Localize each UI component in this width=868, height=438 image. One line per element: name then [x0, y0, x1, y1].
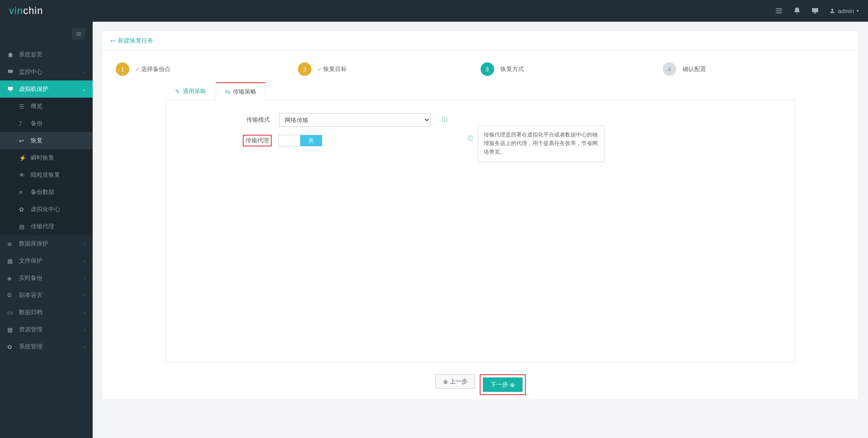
wizard-step-3[interactable]: 3 恢复方式 [481, 62, 663, 76]
nav-sub-overview[interactable]: ☰概览 [0, 98, 93, 115]
wizard-step-2[interactable]: 2 恢复目标 [298, 62, 480, 76]
chevron-down-icon: ▾ [857, 9, 859, 13]
nav-home[interactable]: 系统首页 [0, 46, 93, 63]
share-icon: ⤴ [19, 120, 26, 127]
db-icon: ≡ [19, 189, 26, 196]
arrow-left-icon: ⊕ [443, 378, 448, 385]
reply-icon: ↩ [19, 137, 26, 144]
label-transfer-mode: 传输模式 [179, 116, 279, 124]
wizard-panel: ↩ 新建恢复任务 1 选择备份点 2 恢复目标 3 恢复方式 4 确认配置 [102, 31, 859, 400]
chevron-left-icon: ‹ [84, 327, 85, 332]
next-button[interactable]: 下一步 ⊕ [483, 377, 523, 392]
database-icon: ≣ [7, 240, 14, 247]
chevron-left-icon: ‹ [84, 276, 85, 281]
main-content: ↩ 新建恢复任务 1 选择备份点 2 恢复目标 3 恢复方式 4 确认配置 [93, 22, 868, 438]
proxy-tooltip: ⓘ 传输代理是部署在虚拟化平台或者数据中心的物理服务器上的代理，用于提高任务效率… [478, 126, 604, 162]
chevron-left-icon: ‹ [84, 310, 85, 315]
bolt-icon: ⚡ [19, 155, 26, 161]
user-menu[interactable]: admin ▾ [829, 8, 859, 14]
wizard-step-4[interactable]: 4 确认配置 [663, 62, 845, 76]
nav-archive[interactable]: ▭数据归档‹ [0, 304, 93, 321]
wizard-footer: ⊕ 上一步 下一步 ⊕ [102, 363, 859, 400]
archive-icon: ▭ [7, 309, 14, 316]
nav-sub-restore[interactable]: ↩恢复 [0, 132, 93, 149]
row-transfer-mode: 传输模式 网络传输 ⓘ [179, 113, 781, 127]
brand-logo: vinchin [9, 5, 43, 17]
file-icon: ▦ [7, 258, 14, 264]
nav-resource[interactable]: ▦资源管理‹ [0, 321, 93, 338]
monitor-nav-icon [7, 69, 14, 75]
nav-monitor[interactable]: 监控中心 ‹ [0, 63, 93, 80]
nav-sub-backupdata[interactable]: ≡备份数据 [0, 184, 93, 201]
nav-system[interactable]: ✿系统管理‹ [0, 338, 93, 355]
chevron-left-icon: ‹ [84, 293, 85, 298]
copy-icon: ⧉ [7, 292, 14, 299]
panel-title: ↩ 新建恢复任务 [102, 31, 859, 51]
nav-file-protect[interactable]: ▦文件保护‹ [0, 252, 93, 269]
nav-sub-proxy[interactable]: ▤传输代理 [0, 218, 93, 235]
chevron-left-icon: ‹ [84, 241, 85, 246]
form-area: 传输模式 网络传输 ⓘ 传输代理 关 ⓘ 传输代理是部署在虚拟化平台或者数据中心… [165, 100, 795, 363]
info-icon[interactable]: ⓘ [442, 116, 448, 124]
chevron-down-icon: ⌄ [82, 87, 85, 92]
sidebar-toggle-button[interactable] [72, 28, 85, 40]
doc-icon: ▤ [19, 223, 26, 230]
tabs-container: ✎ 通用策略 ⇆ 传输策略 传输模式 网络传输 ⓘ 传输代理 [102, 82, 859, 363]
chevron-left-icon: ‹ [84, 259, 85, 264]
eye-icon: 👁 [19, 172, 26, 179]
monitor-icon[interactable] [811, 7, 819, 15]
prev-button[interactable]: ⊕ 上一步 [435, 374, 475, 389]
nav-sub-backup[interactable]: ⤴备份 [0, 115, 93, 132]
cog-icon: ✿ [7, 344, 14, 350]
nav-sub-vcenter[interactable]: ✿虚拟化中心 [0, 201, 93, 218]
label-transfer-proxy: 传输代理 [243, 135, 272, 146]
next-button-highlight: 下一步 ⊕ [480, 374, 526, 395]
edit-icon: ✎ [175, 88, 180, 95]
nav-realtime[interactable]: ◈实时备份‹ [0, 269, 93, 287]
toggle-on-side: 关 [300, 135, 322, 146]
sidebar-toggle-wrap [0, 22, 93, 46]
home-icon [7, 52, 14, 58]
chevron-left-icon: ‹ [84, 70, 85, 75]
wizard-step-1[interactable]: 1 选择备份点 [116, 62, 298, 76]
gear-icon: ✿ [19, 206, 26, 213]
vm-icon [7, 86, 14, 92]
nav-sub-instant[interactable]: ⚡瞬时恢复 [0, 149, 93, 166]
shield-icon: ◈ [7, 275, 14, 282]
toggle-transfer-proxy[interactable]: 关 [278, 135, 322, 146]
grid-icon: ▦ [7, 326, 14, 333]
toggle-off-side [278, 135, 300, 146]
tab-general[interactable]: ✎ 通用策略 [165, 82, 216, 100]
chevron-left-icon: ‹ [84, 344, 85, 349]
tabs: ✎ 通用策略 ⇆ 传输策略 [165, 82, 795, 100]
reply-icon: ↩ [110, 38, 115, 44]
tab-transfer[interactable]: ⇆ 传输策略 [216, 82, 266, 100]
nav-sub-granular[interactable]: 👁细粒度恢复 [0, 166, 93, 184]
select-transfer-mode[interactable]: 网络传输 [279, 113, 431, 127]
wizard-steps: 1 选择备份点 2 恢复目标 3 恢复方式 4 确认配置 [102, 51, 859, 82]
list-icon: ☰ [19, 103, 26, 110]
arrow-right-icon: ⊕ [510, 381, 515, 388]
nav-db-protect[interactable]: ≣数据库保护‹ [0, 235, 93, 252]
nav-replica[interactable]: ⧉副本容灾‹ [0, 287, 93, 304]
info-icon: ⓘ [467, 134, 473, 143]
sidebar: 系统首页 监控中心 ‹ 虚拟机保护 ⌄ ☰概览 ⤴备份 ↩恢复 ⚡瞬时恢复 👁细… [0, 22, 93, 438]
app-header: vinchin admin ▾ [0, 0, 868, 22]
transfer-icon: ⇆ [225, 89, 230, 95]
nav-vm-protect[interactable]: 虚拟机保护 ⌄ [0, 80, 93, 98]
header-actions: admin ▾ [775, 7, 859, 15]
bell-icon[interactable] [793, 7, 801, 15]
tasks-icon[interactable] [775, 7, 783, 15]
